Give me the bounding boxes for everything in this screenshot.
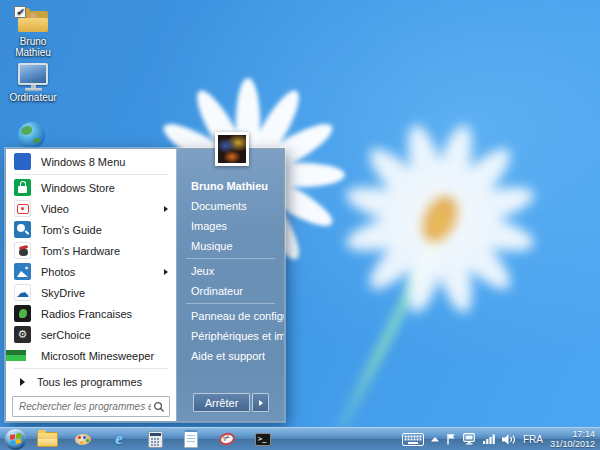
taskbar-button-snipping-tool[interactable] bbox=[212, 429, 242, 450]
photos-icon bbox=[14, 263, 31, 280]
system-tray: FRA 17:14 31/10/2012 bbox=[402, 429, 600, 449]
menu-separator bbox=[14, 368, 168, 369]
serchoice-icon bbox=[14, 326, 31, 343]
windows8-tiles-icon bbox=[14, 153, 31, 170]
right-arrow-icon bbox=[259, 400, 263, 406]
menu-item-windows-store[interactable]: Windows Store bbox=[6, 177, 176, 198]
computer-icon bbox=[16, 62, 50, 91]
volume-icon[interactable] bbox=[502, 434, 516, 445]
windows-store-icon bbox=[14, 179, 31, 196]
signal-strength-icon[interactable] bbox=[483, 434, 495, 444]
internet-explorer-icon bbox=[115, 431, 123, 447]
taskbar-button-explorer[interactable] bbox=[32, 429, 62, 450]
right-arrow-icon bbox=[20, 378, 25, 386]
link-jeux[interactable]: Jeux bbox=[177, 261, 284, 281]
menu-item-label: Tom's Hardware bbox=[41, 245, 120, 257]
menu-item-label: SkyDrive bbox=[41, 287, 85, 299]
shutdown-button[interactable]: Arrêter bbox=[193, 393, 250, 412]
link-user-name[interactable]: Bruno Mathieu bbox=[177, 176, 284, 196]
user-folder-icon bbox=[15, 8, 51, 35]
start-menu-places-panel: Bruno Mathieu Documents Images Musique J… bbox=[176, 149, 284, 421]
menu-item-toms-guide[interactable]: Tom's Guide bbox=[6, 219, 176, 240]
radios-francaises-icon bbox=[14, 305, 31, 322]
taskbar-button-internet-explorer[interactable] bbox=[104, 429, 134, 450]
show-hidden-icons-button[interactable] bbox=[431, 437, 439, 442]
minesweeper-icon bbox=[6, 350, 26, 361]
menu-item-radios-francaises[interactable]: Radios Francaises bbox=[6, 303, 176, 324]
terminal-icon bbox=[255, 433, 271, 446]
desktop-icon-bruno-mathieu[interactable]: Bruno Mathieu bbox=[2, 8, 64, 58]
user-avatar[interactable] bbox=[215, 132, 249, 166]
menu-item-windows8-menu[interactable]: Windows 8 Menu bbox=[6, 151, 176, 172]
link-ordinateur[interactable]: Ordinateur bbox=[177, 281, 284, 301]
link-peripheriques[interactable]: Périphériques et imprimant... bbox=[177, 326, 284, 346]
scissors-icon bbox=[219, 432, 235, 446]
globe-icon bbox=[18, 122, 45, 149]
menu-item-label: Windows 8 Menu bbox=[41, 156, 125, 168]
taskbar-button-notepad[interactable] bbox=[176, 429, 206, 450]
check-badge-icon bbox=[14, 6, 26, 18]
taskbar-button-calculator[interactable] bbox=[140, 429, 170, 450]
menu-separator bbox=[14, 174, 168, 175]
start-menu: Windows 8 Menu Windows Store Video Tom's… bbox=[5, 148, 285, 422]
toms-hardware-icon bbox=[14, 242, 31, 259]
video-icon bbox=[14, 200, 31, 217]
desktop-icon-internet[interactable] bbox=[0, 122, 62, 149]
notepad-icon bbox=[184, 430, 198, 448]
start-button[interactable] bbox=[5, 429, 26, 450]
calculator-icon bbox=[148, 431, 163, 448]
link-documents[interactable]: Documents bbox=[177, 196, 284, 216]
menu-item-toms-hardware[interactable]: Tom's Hardware bbox=[6, 240, 176, 261]
menu-item-label: Video bbox=[41, 203, 69, 215]
desktop-icon-ordinateur[interactable]: Ordinateur bbox=[2, 62, 64, 103]
all-programs-label: Tous les programmes bbox=[37, 376, 142, 388]
search-box bbox=[12, 396, 170, 417]
taskbar-button-paint[interactable] bbox=[68, 429, 98, 450]
menu-item-minesweeper[interactable]: Microsoft Minesweeper bbox=[6, 345, 176, 366]
link-panneau-configuration[interactable]: Panneau de configuration bbox=[177, 306, 284, 326]
shutdown-options-button[interactable] bbox=[252, 393, 269, 412]
menu-item-label: Windows Store bbox=[41, 182, 115, 194]
taskbar-clock[interactable]: 17:14 31/10/2012 bbox=[550, 429, 595, 449]
link-musique[interactable]: Musique bbox=[177, 236, 284, 256]
desktop-icon-label: Bruno Mathieu bbox=[15, 36, 51, 58]
all-programs-button[interactable]: Tous les programmes bbox=[6, 371, 176, 393]
folder-icon bbox=[37, 432, 58, 447]
windows-flag-icon bbox=[10, 433, 21, 445]
language-indicator[interactable]: FRA bbox=[523, 434, 543, 445]
menu-item-serchoice[interactable]: serChoice bbox=[6, 324, 176, 345]
desktop-icon-label: Ordinateur bbox=[9, 92, 56, 103]
start-menu-programs-panel: Windows 8 Menu Windows Store Video Tom's… bbox=[6, 149, 176, 421]
network-icon[interactable] bbox=[463, 433, 476, 445]
action-center-flag-icon[interactable] bbox=[446, 433, 456, 445]
menu-item-label: Tom's Guide bbox=[41, 224, 102, 236]
skydrive-icon bbox=[14, 284, 31, 301]
desktop: Bruno Mathieu Ordinateur Windows 8 Menu … bbox=[0, 0, 600, 450]
search-icon bbox=[153, 401, 165, 413]
menu-item-photos[interactable]: Photos bbox=[6, 261, 176, 282]
menu-item-label: Photos bbox=[41, 266, 75, 278]
menu-item-label: Microsoft Minesweeper bbox=[41, 350, 154, 362]
panel-separator bbox=[186, 303, 275, 304]
submenu-arrow-icon bbox=[164, 206, 168, 212]
taskbar: FRA 17:14 31/10/2012 bbox=[0, 427, 600, 450]
menu-item-label: serChoice bbox=[41, 329, 91, 341]
toms-guide-icon bbox=[14, 221, 31, 238]
submenu-arrow-icon bbox=[164, 269, 168, 275]
paint-palette-icon bbox=[75, 433, 91, 446]
menu-item-video[interactable]: Video bbox=[6, 198, 176, 219]
menu-item-label: Radios Francaises bbox=[41, 308, 132, 320]
panel-separator bbox=[186, 258, 275, 259]
touch-keyboard-icon[interactable] bbox=[402, 433, 424, 446]
clock-date: 31/10/2012 bbox=[550, 439, 595, 449]
menu-item-skydrive[interactable]: SkyDrive bbox=[6, 282, 176, 303]
link-aide-support[interactable]: Aide et support bbox=[177, 346, 284, 366]
taskbar-button-command-prompt[interactable] bbox=[248, 429, 278, 450]
clock-time: 17:14 bbox=[550, 429, 595, 439]
link-images[interactable]: Images bbox=[177, 216, 284, 236]
search-input[interactable] bbox=[17, 400, 153, 413]
